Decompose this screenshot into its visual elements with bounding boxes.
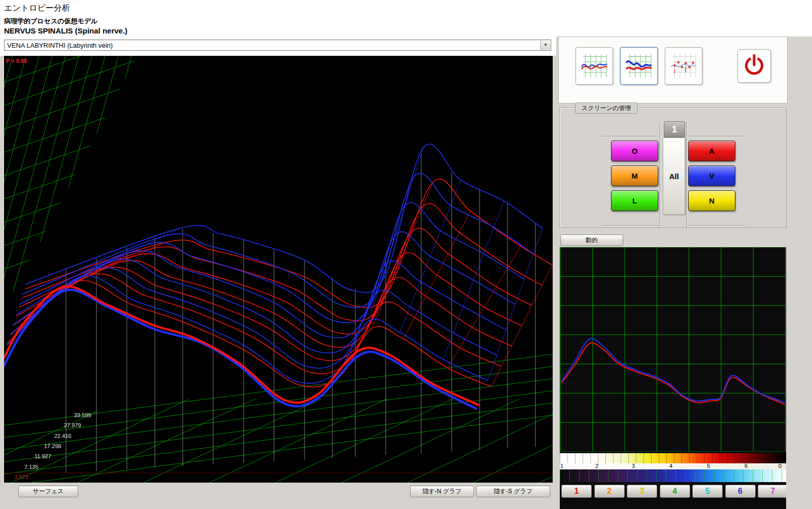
screen-management-title: スクリーンの管理 (575, 103, 637, 114)
scale-number: 1 (560, 463, 563, 469)
channel-button-2[interactable]: 2 (594, 485, 625, 498)
s-graph-front-line (4, 286, 479, 405)
line-chart-icon (580, 51, 608, 80)
scatter-chart-icon (669, 51, 698, 80)
scale-number: 2 (595, 463, 598, 469)
channel-button-3[interactable]: 3 (627, 485, 657, 498)
spectrum-gradient (560, 469, 786, 482)
structure-select-value: VENA LABYRINTHI (Labyrinth vein) (7, 42, 113, 49)
scale-number: 0 (779, 463, 782, 469)
divider (602, 225, 659, 226)
scale-number: 5 (707, 463, 710, 469)
y-axis-tick-label: 3.873 (14, 474, 28, 480)
screen-button-a[interactable]: A (688, 141, 735, 161)
dynamic-panel: 1234560 1234567 (560, 247, 786, 509)
green-grid (561, 247, 786, 452)
scale-numbers: 1234560 (560, 463, 786, 469)
scale-number: 4 (669, 463, 672, 469)
divider (688, 136, 745, 137)
y-axis-tick-label: 7.135 (24, 464, 39, 470)
s-graph-line (562, 343, 785, 404)
screen-button-v[interactable]: V (688, 165, 735, 186)
channel-button-5[interactable]: 5 (692, 485, 723, 498)
screen-button-l[interactable]: L (611, 190, 658, 211)
chart-mode-2-button[interactable] (620, 47, 658, 85)
all-button[interactable]: All (663, 138, 685, 215)
combo-dropdown-button[interactable]: ▼ (540, 41, 550, 50)
channel-button-1[interactable]: 1 (561, 485, 592, 498)
hide-n-graph-button[interactable]: 隠す-N グラフ (410, 486, 474, 497)
divider (688, 225, 745, 226)
dynamic-graph-plot (560, 247, 786, 452)
mesh-connectors (79, 148, 543, 381)
entropy-analysis-window: エントロピー分析 病理学的プロセスの仮想モデル NERVUS SPINALIS … (0, 0, 812, 509)
header: エントロピー分析 病理学的プロセスの仮想モデル NERVUS SPINALIS … (0, 0, 556, 56)
surface-button[interactable]: サーフェス (18, 486, 78, 497)
bold-line-chart-icon (625, 51, 653, 80)
page-subtitle: 病理学的プロセスの仮想モデル (4, 17, 97, 26)
hide-s-graph-button[interactable]: 隠す-S グラフ (476, 486, 550, 497)
screen-number-badge: 1 (664, 121, 685, 138)
y-axis-tick-label: 33.599 (74, 412, 91, 418)
divider (660, 121, 660, 229)
screen-button-m[interactable]: M (611, 165, 658, 186)
toolbar (558, 37, 788, 104)
close-button[interactable] (737, 49, 771, 83)
page-title: エントロピー分析 (4, 3, 70, 14)
y-axis-tick-label: 22.416 (54, 433, 72, 439)
header-right-background (556, 0, 812, 37)
y-axis-tick-label: 17.298 (44, 443, 61, 449)
channel-button-4[interactable]: 4 (660, 485, 690, 498)
y-axis-tick-label: 11.927 (35, 453, 51, 459)
screen-button-o[interactable]: O (611, 141, 658, 161)
p-value-annotation: P > 0.05 (6, 58, 27, 64)
chart-mode-1-button[interactable] (576, 47, 613, 85)
entropy-scale-gradient (560, 453, 786, 463)
n-graph-front-line (4, 290, 476, 409)
scale-number: 6 (745, 463, 748, 469)
entropy-surface-plot: P > 0.0533.59927.97922.41617.29811.9277.… (4, 56, 553, 483)
channel-button-7[interactable]: 7 (758, 485, 786, 498)
entropy-surface-chart: P > 0.0533.59927.97922.41617.29811.9277.… (4, 56, 553, 483)
scale-number: 3 (632, 463, 635, 469)
screen-button-n[interactable]: N (688, 190, 735, 211)
channel-buttons: 1234567 (560, 484, 786, 500)
surface-red-mesh (7, 179, 552, 387)
y-axis-tick-label: 27.979 (64, 422, 81, 428)
chart-mode-3-button[interactable] (665, 47, 702, 85)
n-graph-line (562, 338, 785, 402)
dynamic-button[interactable]: 動的 (560, 234, 623, 246)
organ-title: NERVUS SPINALIS (Spinal nerve.) (4, 26, 127, 35)
structure-select[interactable]: VENA LABYRINTHI (Labyrinth vein) ▼ (4, 40, 551, 51)
power-icon (740, 52, 768, 79)
chevron-down-icon: ▼ (544, 43, 548, 47)
channel-button-6[interactable]: 6 (725, 485, 756, 498)
droplines (66, 155, 535, 473)
divider (602, 136, 659, 137)
divider (687, 121, 687, 229)
screen-management-group: スクリーンの管理 1 All O M L A V N (559, 108, 787, 228)
